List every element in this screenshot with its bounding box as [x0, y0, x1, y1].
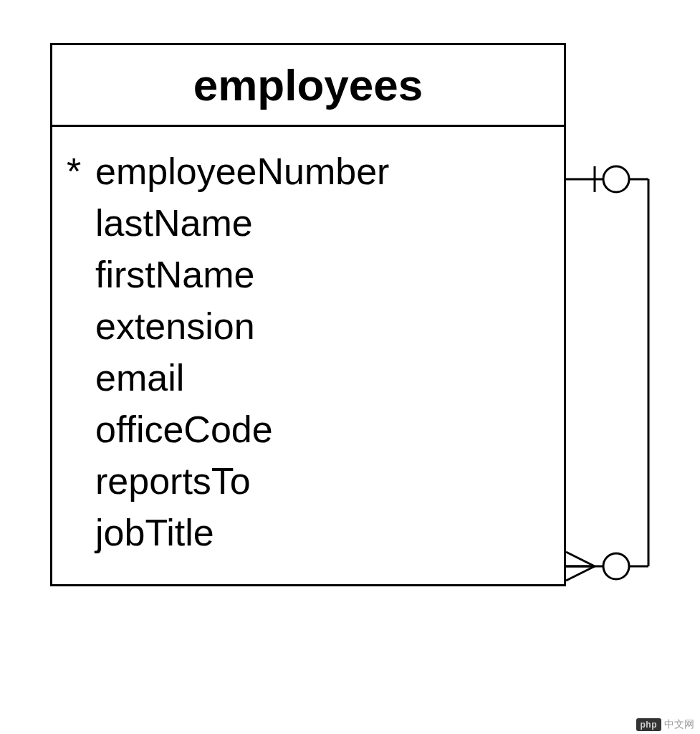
attribute-label: reportsTo — [95, 459, 251, 502]
watermark-badge: php — [636, 718, 662, 731]
attribute-row: email — [95, 356, 542, 399]
attribute-row: officeCode — [95, 408, 542, 451]
svg-line-6 — [566, 552, 595, 566]
entity-box: employees * employeeNumber lastName firs… — [50, 43, 566, 586]
attribute-label: lastName — [95, 201, 253, 244]
watermark-text: 中文网 — [664, 718, 694, 731]
entity-header: employees — [52, 45, 564, 127]
attribute-label: firstName — [95, 253, 254, 296]
attribute-label: jobTitle — [95, 511, 214, 554]
attribute-row: firstName — [95, 253, 542, 296]
svg-point-4 — [603, 166, 629, 192]
attribute-row: lastName — [95, 201, 542, 244]
primary-key-marker: * — [67, 150, 95, 193]
entity-title: employees — [193, 60, 423, 110]
attribute-row: * employeeNumber — [95, 150, 542, 193]
attribute-label: extension — [95, 305, 255, 348]
svg-line-8 — [566, 566, 595, 581]
attribute-row: extension — [95, 305, 542, 348]
attribute-label: employeeNumber — [95, 150, 389, 193]
watermark: php 中文网 — [631, 715, 701, 734]
svg-point-5 — [603, 553, 629, 579]
attribute-row: jobTitle — [95, 511, 542, 554]
entity-attributes: * employeeNumber lastName firstName exte… — [52, 127, 564, 584]
attribute-label: officeCode — [95, 408, 273, 451]
attribute-row: reportsTo — [95, 459, 542, 502]
attribute-label: email — [95, 356, 184, 399]
